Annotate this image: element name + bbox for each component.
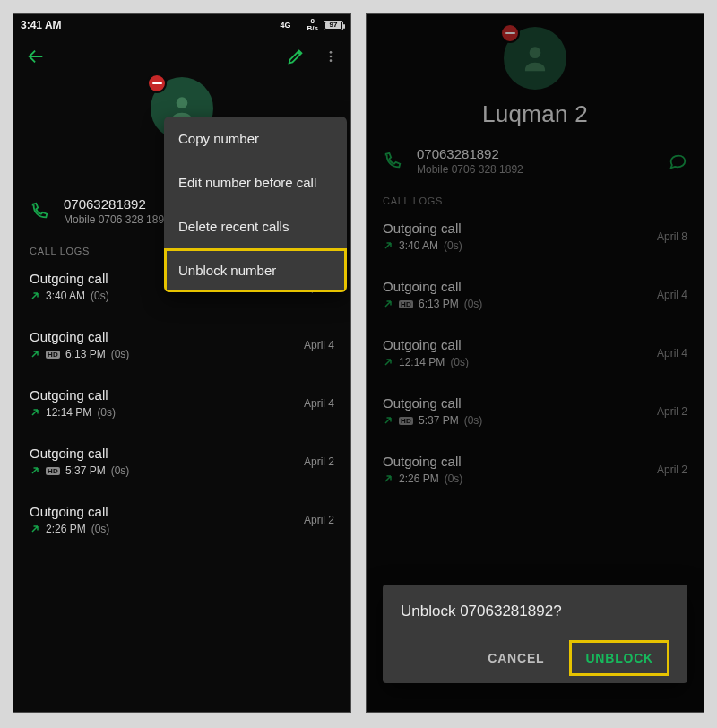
log-time: 12:14 PM	[46, 406, 91, 419]
hd-badge: HD	[46, 467, 60, 475]
log-date: April 2	[304, 514, 334, 526]
outgoing-arrow-icon	[30, 524, 40, 534]
status-bar: 3:41 AM 4G 0 B/s 97	[13, 14, 350, 36]
outgoing-arrow-icon	[30, 290, 40, 301]
log-title: Outgoing call	[30, 504, 109, 519]
battery-indicator: 97	[324, 21, 343, 30]
svg-point-7	[330, 59, 333, 62]
log-row[interactable]: Outgoing call 2:26 PM (0s) April 2	[13, 493, 350, 551]
dialog-cancel-button[interactable]: CANCEL	[471, 640, 560, 676]
log-time: 5:37 PM	[65, 464, 106, 477]
context-menu: Copy number Edit number before call Dele…	[164, 117, 347, 292]
menu-unblock-number[interactable]: Unblock number	[164, 248, 347, 292]
screenshot-left: 3:41 AM 4G 0 B/s 97	[13, 13, 351, 713]
status-time: 3:41 AM	[21, 19, 62, 31]
call-log-list: Outgoing call 3:40 AM (0s) April 8 Outgo…	[13, 260, 350, 551]
menu-delete-calls[interactable]: Delete recent calls	[164, 204, 347, 248]
edit-icon[interactable]	[286, 47, 306, 66]
more-menu-icon[interactable]	[324, 47, 338, 66]
dialog-title: Unblock 07063281892?	[401, 602, 669, 620]
log-time: 3:40 AM	[46, 290, 85, 302]
log-row[interactable]: Outgoing call 12:14 PM (0s) April 4	[13, 377, 350, 435]
unblock-dialog: Unblock 07063281892? CANCEL UNBLOCK	[383, 585, 687, 683]
log-title: Outgoing call	[30, 387, 116, 403]
log-duration: (0s)	[91, 523, 110, 535]
log-date: April 4	[304, 339, 334, 351]
log-title: Outgoing call	[30, 329, 129, 344]
log-duration: (0s)	[111, 348, 130, 360]
log-row[interactable]: Outgoing call HD 5:37 PM (0s) April 2	[13, 435, 350, 493]
hd-badge: HD	[46, 351, 60, 359]
network-4g: 4G	[281, 22, 291, 30]
log-duration: (0s)	[91, 290, 109, 302]
outgoing-arrow-icon	[30, 349, 40, 360]
log-time: 6:13 PM	[65, 348, 106, 360]
call-icon[interactable]	[30, 202, 49, 221]
log-date: April 2	[304, 455, 334, 468]
screenshot-right: Luqman 2 07063281892 Mobile 0706 328 189…	[366, 13, 704, 713]
outgoing-arrow-icon	[30, 465, 40, 476]
log-title: Outgoing call	[30, 271, 109, 286]
menu-copy-number[interactable]: Copy number	[164, 117, 347, 160]
back-arrow-icon[interactable]	[26, 47, 46, 66]
log-duration: (0s)	[111, 464, 130, 477]
log-date: April 4	[304, 397, 334, 410]
svg-point-6	[330, 56, 333, 58]
svg-point-5	[330, 51, 333, 54]
blocked-badge-icon	[147, 74, 167, 93]
outgoing-arrow-icon	[30, 407, 40, 418]
log-time: 2:26 PM	[46, 523, 86, 535]
dialog-unblock-button[interactable]: UNBLOCK	[569, 640, 669, 676]
toolbar	[13, 36, 350, 70]
log-row[interactable]: Outgoing call HD 6:13 PM (0s) April 4	[13, 318, 350, 377]
log-title: Outgoing call	[30, 446, 129, 461]
log-duration: (0s)	[97, 406, 116, 419]
net-speed: 0 B/s	[307, 18, 318, 32]
menu-edit-number[interactable]: Edit number before call	[164, 160, 347, 204]
